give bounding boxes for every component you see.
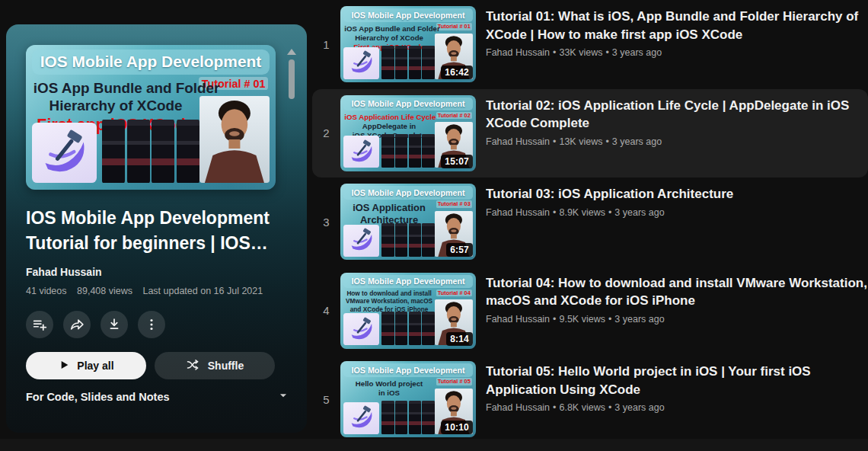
video-meta: Fahad Hussain•6.8K views•3 years ago: [486, 402, 868, 413]
video-views: 33K views: [559, 47, 602, 58]
play-icon: [58, 359, 70, 373]
video-row[interactable]: 3 IOS Mobile App Development Tutorial # …: [312, 178, 868, 267]
thumb-line: Hierarchy of XCode: [344, 34, 433, 43]
playlist-title-line2: Tutorial for beginners | IOS…: [26, 231, 277, 256]
thumb-text-lines: Hello World project in iOS: [344, 379, 433, 398]
thumb-line: iOS Application: [344, 202, 433, 215]
chevron-down-icon: [278, 390, 289, 403]
video-views: 9.5K views: [559, 314, 605, 325]
thumb-header-text: IOS Mobile App Development: [343, 98, 472, 111]
video-age: 3 years ago: [614, 314, 664, 325]
play-all-label: Play all: [77, 360, 113, 372]
video-channel-link[interactable]: Fahad Hussain: [486, 402, 550, 413]
xcode-swift-icon: [343, 136, 378, 168]
meta-separator: •: [608, 314, 611, 325]
video-thumbnail[interactable]: IOS Mobile App Development Tutorial # 03…: [340, 184, 476, 260]
more-options-button[interactable]: [138, 311, 165, 338]
video-meta: Fahad Hussain•33K views•3 years ago: [486, 47, 868, 58]
thumb-line: Hierarchy of XCode: [34, 97, 198, 115]
video-age: 3 years ago: [614, 402, 664, 413]
panel-scroll-up-icon[interactable]: [287, 49, 296, 55]
video-index: 4: [312, 273, 340, 349]
thumb-text-lines: How to download and install VMware Works…: [344, 290, 433, 314]
video-channel-link[interactable]: Fahad Hussain: [486, 314, 550, 325]
video-thumbnail[interactable]: IOS Mobile App Development Tutorial # 01…: [340, 6, 476, 82]
video-index: 1: [312, 6, 340, 82]
shuffle-icon: [186, 357, 201, 375]
shuffle-button[interactable]: Shuffle: [155, 352, 275, 379]
phone-screenshots: [381, 312, 434, 345]
thumb-tutorial-tag: Tutorial # 04: [436, 289, 472, 297]
video-row[interactable]: 1 IOS Mobile App Development Tutorial # …: [312, 0, 868, 89]
video-title-link[interactable]: Tutorial 02: iOS Application Life Cycle …: [486, 97, 868, 133]
description-toggle[interactable]: For Code, Slides and Notes: [26, 390, 289, 403]
add-to-queue-button[interactable]: [26, 311, 53, 338]
thumb-line: iOS App Bundle and Folder: [34, 79, 198, 98]
video-channel-link[interactable]: Fahad Hussain: [486, 47, 550, 58]
duration-badge: 8:14: [446, 332, 473, 346]
video-views: 6.8K views: [559, 402, 605, 413]
video-title-link[interactable]: Tutorial 05: Hello World project in iOS …: [486, 363, 868, 398]
video-channel-link[interactable]: Fahad Hussain: [486, 207, 550, 218]
video-title-link[interactable]: Tutorial 04: How to download and install…: [486, 274, 868, 310]
panel-scrollbar[interactable]: [289, 59, 295, 99]
thumb-tutorial-tag: Tutorial # 02: [436, 112, 472, 120]
phone-screenshots: [381, 46, 434, 79]
play-all-button[interactable]: Play all: [26, 352, 146, 379]
playlist-title-line1: IOS Mobile App Development: [26, 206, 277, 231]
video-info: Tutorial 03: iOS Application Architectur…: [486, 184, 868, 218]
playlist-view-count: 89,408 views: [77, 286, 132, 296]
video-row[interactable]: 5 IOS Mobile App Development Tutorial # …: [312, 355, 868, 444]
playlist-thumbnail[interactable]: IOS Mobile App Development Tutorial # 01…: [26, 45, 276, 190]
video-title-link[interactable]: Tutorial 03: iOS Application Architectur…: [486, 185, 868, 203]
thumb-header-text: IOS Mobile App Development: [343, 186, 472, 200]
shuffle-label: Shuffle: [208, 360, 244, 372]
meta-separator: •: [608, 207, 611, 218]
xcode-swift-icon: [343, 47, 378, 79]
video-age: 3 years ago: [612, 47, 662, 58]
thumb-header-text: IOS Mobile App Development: [343, 8, 472, 22]
thumb-header-text: IOS Mobile App Development: [343, 275, 472, 289]
playlist-thumbnail-art: IOS Mobile App Development Tutorial # 01…: [26, 45, 276, 190]
video-views: 8.9K views: [559, 207, 605, 218]
video-title-link[interactable]: Tutorial 01: What is iOS, App Bundle and…: [486, 8, 868, 43]
video-thumbnail[interactable]: IOS Mobile App Development Tutorial # 02…: [340, 95, 476, 171]
video-channel-link[interactable]: Fahad Hussain: [486, 136, 550, 147]
xcode-swift-icon: [343, 225, 378, 257]
video-thumbnail[interactable]: IOS Mobile App Development Tutorial # 04…: [340, 273, 476, 349]
video-info: Tutorial 01: What is iOS, App Bundle and…: [486, 6, 868, 58]
meta-separator: •: [553, 136, 556, 147]
duration-badge: 15:07: [441, 155, 473, 168]
thumb-line: Hello World project: [344, 379, 433, 389]
download-button[interactable]: [101, 311, 128, 338]
video-index: 3: [312, 184, 340, 260]
thumb-header-text: IOS Mobile App Development: [343, 363, 472, 377]
thumb-line: in iOS: [344, 389, 433, 398]
video-index: 5: [312, 361, 340, 437]
video-meta: Fahad Hussain•13K views•3 years ago: [486, 136, 868, 147]
thumb-line: How to download and install: [344, 290, 433, 298]
thumb-tutorial-tag: Tutorial # 03: [436, 200, 472, 208]
video-row-active[interactable]: 2 IOS Mobile App Development Tutorial # …: [312, 89, 868, 178]
playlist-page: IOS Mobile App Development Tutorial # 01…: [0, 0, 868, 451]
video-info: Tutorial 04: How to download and install…: [486, 273, 868, 325]
thumb-tutorial-tag: Tutorial # 01: [436, 23, 472, 30]
playlist-owner-link[interactable]: Fahad Hussain: [26, 266, 102, 278]
duration-badge: 6:57: [446, 243, 473, 257]
playlist-last-updated: Last updated on 16 Jul 2021: [142, 286, 263, 296]
playlist-video-list: 1 IOS Mobile App Development Tutorial # …: [312, 0, 868, 451]
more-options-icon: [143, 316, 160, 333]
duration-badge: 16:42: [441, 66, 473, 79]
description-toggle-label: For Code, Slides and Notes: [26, 391, 170, 403]
phone-screenshots: [381, 401, 434, 434]
bottom-strip: [0, 439, 868, 451]
playlist-play-controls: Play all Shuffle: [26, 352, 275, 379]
video-info: Tutorial 05: Hello World project in iOS …: [486, 361, 868, 413]
video-row[interactable]: 4 IOS Mobile App Development Tutorial # …: [312, 267, 868, 356]
video-age: 3 years ago: [612, 136, 662, 147]
video-thumbnail[interactable]: IOS Mobile App Development Tutorial # 05…: [340, 361, 476, 437]
meta-separator: •: [605, 47, 608, 58]
thumb-line: iOS App Bundle and Folder: [344, 24, 433, 34]
share-button[interactable]: [63, 311, 91, 338]
video-meta: Fahad Hussain•8.9K views•3 years ago: [486, 207, 868, 218]
